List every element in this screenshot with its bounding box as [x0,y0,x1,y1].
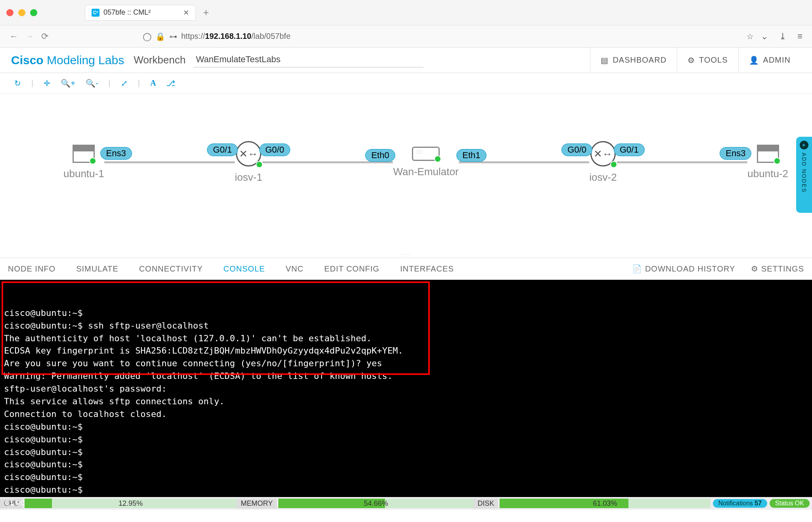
tools-button[interactable]: ⚙TOOLS [677,48,738,73]
status-bar: CPU 12.95% MEMORY 54.66% DISK 61.03% Not… [0,497,812,510]
downloads-icon[interactable]: ⤓ [779,31,786,42]
pocket-icon[interactable]: ⌄ [761,31,768,42]
back-button[interactable]: ← [10,31,18,42]
dashboard-button[interactable]: ▤DASHBOARD [590,48,677,73]
text-annotation-icon[interactable]: A [150,78,156,88]
console-line: This service allows sftp connections onl… [4,395,808,408]
console-line: ECDSA key fingerprint is SHA256:LCD8ztZj… [4,344,808,357]
status-running-icon [610,161,617,168]
tab-title: 057bfe :: CML² [103,8,151,17]
settings-button[interactable]: ⚙ SETTINGS [751,264,804,273]
window-controls [6,9,37,16]
gear-icon: ⚙ [688,55,695,65]
tab-simulate[interactable]: SIMULATE [76,264,119,273]
console-line: cisco@ubuntu:~$ ssh sftp-user@localhost [4,319,808,332]
url-text: https://192.168.1.10/lab/057bfe [181,32,291,41]
lock-icon[interactable]: 🔒 [155,32,165,41]
close-window-icon[interactable] [6,9,13,16]
console-line: Warning: Permanently added 'localhost' (… [4,370,808,382]
console-line: The authenticity of host 'localhost (127… [4,332,808,345]
close-tab-icon[interactable]: ✕ [183,8,189,17]
reload-button[interactable]: ⟳ [41,31,48,42]
plus-icon: + [800,141,808,149]
app-header: Cisco Modeling Labs Workbench WanEmulate… [0,48,812,73]
cpu-meter: CPU 12.95% [0,499,237,509]
status-running-icon [256,161,263,168]
minimize-window-icon[interactable] [18,9,25,16]
tab-console[interactable]: CONSOLE [224,264,265,273]
fit-icon[interactable]: ✛ [44,78,50,88]
port-label[interactable]: G0/0 [259,143,290,156]
port-label[interactable]: G0/1 [207,143,238,156]
node-wan[interactable]: Wan-EmulatorEth0Eth1 [393,147,458,178]
tab-connectivity[interactable]: CONNECTIVITY [139,264,203,273]
expand-icon[interactable]: ⤢ [121,78,128,88]
port-label[interactable]: Ens3 [720,147,751,160]
new-tab-button[interactable]: + [203,6,209,19]
branch-icon[interactable]: ⎇ [166,78,175,88]
permissions-icon[interactable]: ⊶ [169,32,177,41]
zoom-in-icon[interactable]: 🔍+ [61,78,75,88]
browser-toolbar: ← → ⟳ ◯ 🔒 ⊶ https://192.168.1.10/lab/057… [0,25,812,48]
console-line: cisco@ubuntu:~$ [4,421,808,433]
node-ubuntu-2[interactable]: ubuntu-2Ens3 [747,145,788,180]
zoom-out-icon[interactable]: 🔍- [86,78,98,88]
console-line: Are you sure you want to continue connec… [4,357,808,370]
console-line: sftp-user@localhost's password: [4,382,808,395]
lab-name-input[interactable]: WanEmulateTestLabs [193,53,423,67]
favicon-icon: C² [92,9,100,17]
browser-tab-strip: C² 057bfe :: CML² ✕ + [0,0,812,25]
console-line: cisco@ubuntu:~$ [4,509,808,522]
console-line: cisco@ubuntu:~$ [4,458,808,471]
tab-vnc[interactable]: VNC [285,264,303,273]
tab-edit-config[interactable]: EDIT CONFIG [324,264,380,273]
url-bar[interactable]: ◯ 🔒 ⊶ https://192.168.1.10/lab/057bfe ☆ [143,32,754,41]
dashboard-icon: ▤ [601,55,609,65]
maximize-window-icon[interactable] [30,9,37,16]
menu-icon[interactable]: ≡ [797,31,802,42]
node-iosv-1[interactable]: ✕↔iosv-1G0/1G0/0 [235,141,262,184]
add-nodes-label: ADD NODES [801,153,807,193]
console-line: cisco@ubuntu:~$ [4,433,808,446]
console-line: cisco@ubuntu:~$ [4,307,808,319]
status-running-icon [89,157,96,164]
disk-meter: DISK 61.03% [473,499,710,509]
node-label: ubuntu-2 [747,168,788,180]
topology-canvas[interactable]: ubuntu-1Ens3✕↔iosv-1G0/1G0/0Wan-Emulator… [0,94,812,252]
forward-button[interactable]: → [25,31,34,42]
detail-panel-tabs: NODE INFOSIMULATECONNECTIVITYCONSOLEVNCE… [0,258,812,280]
admin-button[interactable]: 👤ADMIN [738,48,801,73]
node-ubuntu-1[interactable]: ubuntu-1Ens3 [63,145,104,180]
canvas-toolbar: ↻| ✛ 🔍+ 🔍-| ⤢| A ⎇ [0,73,812,94]
shield-icon[interactable]: ◯ [143,32,151,41]
node-label: Wan-Emulator [393,166,458,178]
node-iosv-2[interactable]: ✕↔iosv-2G0/0G0/1 [589,141,617,184]
user-icon: 👤 [749,55,759,65]
node-label: iosv-2 [589,171,617,184]
node-label: ubuntu-1 [63,168,104,180]
link[interactable] [104,161,235,163]
status-running-icon [774,157,781,164]
port-label[interactable]: Eth0 [365,149,395,162]
console-line: cisco@ubuntu:~$ [4,471,808,484]
port-label[interactable]: G0/0 [561,143,592,156]
tab-interfaces[interactable]: INTERFACES [400,264,454,273]
refresh-icon[interactable]: ↻ [14,78,21,88]
bookmark-star-icon[interactable]: ☆ [747,32,754,41]
status-running-icon [434,155,441,163]
app-logo[interactable]: Cisco Modeling Labs [11,54,124,67]
console-output[interactable]: cisco@ubuntu:~$cisco@ubuntu:~$ ssh sftp-… [0,280,812,497]
tab-node-info[interactable]: NODE INFO [8,264,56,273]
port-label[interactable]: Eth1 [456,149,486,162]
workbench-label[interactable]: Workbench [134,54,186,66]
add-nodes-panel-toggle[interactable]: + ADD NODES [796,137,812,213]
console-line: cisco@ubuntu:~$ [4,446,808,459]
resize-handle[interactable]: :::::: [0,252,812,258]
port-label[interactable]: G0/1 [614,143,645,156]
console-line: Connection to localhost closed. [4,408,808,421]
download-history-button[interactable]: 📄 DOWNLOAD HISTORY [632,264,735,273]
link[interactable] [617,161,748,163]
browser-tab[interactable]: C² 057bfe :: CML² ✕ [85,5,196,21]
console-line: cisco@ubuntu:~$ [4,484,808,496]
port-label[interactable]: Ens3 [100,147,132,160]
